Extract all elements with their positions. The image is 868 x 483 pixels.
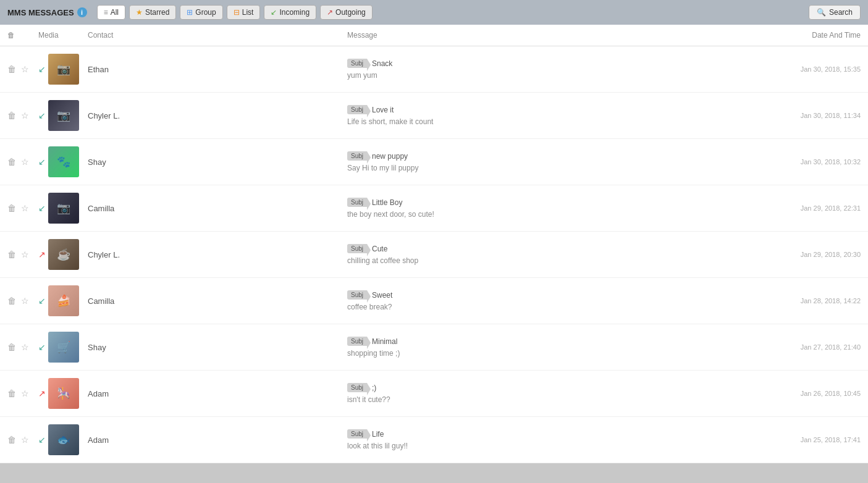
row-actions: 🗑 ☆ xyxy=(7,342,38,352)
media-col: ↙ 🐾 xyxy=(38,146,88,177)
message-body: isn't it cute?? xyxy=(347,395,737,404)
subject-row: Subj ;) xyxy=(347,383,737,392)
media-thumbnail[interactable]: 📷 xyxy=(48,193,79,224)
app-title: MMS MESSAGES i xyxy=(7,7,87,17)
starred-icon: ★ xyxy=(136,8,143,17)
message-body: coffee break? xyxy=(347,303,737,311)
subj-badge: Subj xyxy=(347,429,367,439)
star-icon[interactable]: ☆ xyxy=(21,342,29,352)
starred-label: Starred xyxy=(145,8,169,17)
media-col: ↙ 📷 xyxy=(38,193,88,224)
delete-icon[interactable]: 🗑 xyxy=(7,388,16,398)
message-body: shopping time ;) xyxy=(347,349,737,358)
delete-icon[interactable]: 🗑 xyxy=(7,250,16,259)
search-button[interactable]: 🔍 Search xyxy=(809,5,861,20)
outgoing-label: Outgoing xyxy=(335,8,366,17)
table-row: 🗑 ☆ ↗ 🎠 Adam Subj ;) isn't it cute?? Jan… xyxy=(0,371,868,417)
delete-icon[interactable]: 🗑 xyxy=(7,203,16,213)
media-thumbnail[interactable]: 🐾 xyxy=(48,146,79,177)
subject-text: Cute xyxy=(372,245,387,253)
tab-incoming[interactable]: ↙Incoming xyxy=(264,5,316,20)
star-icon[interactable]: ☆ xyxy=(21,64,29,74)
star-icon[interactable]: ☆ xyxy=(21,388,29,398)
info-icon: i xyxy=(77,7,87,17)
table-header: 🗑 Media Contact Message Date And Time xyxy=(0,25,868,46)
subject-row: Subj new puppy xyxy=(347,151,737,161)
subject-text: Life xyxy=(372,430,384,439)
media-col: ↙ 🐟 xyxy=(38,424,88,455)
outgoing-icon: ↗ xyxy=(327,8,333,17)
delete-icon[interactable]: 🗑 xyxy=(7,64,16,74)
media-col: ↙ 📷 xyxy=(38,54,88,85)
delete-icon[interactable]: 🗑 xyxy=(7,342,16,352)
direction-icon: ↙ xyxy=(38,157,46,167)
media-thumbnail[interactable]: 🐟 xyxy=(48,424,79,455)
subj-badge: Subj xyxy=(347,290,367,300)
subj-badge: Subj xyxy=(347,244,367,253)
subj-badge: Subj xyxy=(347,337,367,346)
media-col: ↙ 🛒 xyxy=(38,332,88,363)
direction-icon: ↙ xyxy=(38,435,46,445)
table-row: 🗑 ☆ ↙ 🐾 Shay Subj new puppy Say Hi to my… xyxy=(0,139,868,185)
direction-icon: ↙ xyxy=(38,64,46,74)
contact-name: Shay xyxy=(88,158,211,167)
message-content: Subj Sweet coffee break? xyxy=(347,290,737,311)
tab-group[interactable]: ⊞Group xyxy=(180,5,222,20)
message-body: Say Hi to my lil puppy xyxy=(347,164,737,172)
contact-name: Shay xyxy=(88,343,211,352)
direction-icon: ↙ xyxy=(38,203,46,213)
tab-all[interactable]: ≡All xyxy=(97,5,125,20)
delete-icon[interactable]: 🗑 xyxy=(7,435,16,445)
subject-row: Subj Cute xyxy=(347,244,737,253)
star-icon[interactable]: ☆ xyxy=(21,111,29,120)
contact-name: Adam xyxy=(88,435,211,445)
star-icon[interactable]: ☆ xyxy=(21,250,29,259)
header-spacer xyxy=(211,31,347,40)
subject-text: Snack xyxy=(372,59,392,68)
media-thumbnail[interactable]: ☕ xyxy=(48,239,79,270)
tab-outgoing[interactable]: ↗Outgoing xyxy=(320,5,373,20)
table-row: 🗑 ☆ ↙ 📷 Ethan Subj Snack yum yum Jan 30,… xyxy=(0,46,868,93)
search-icon: 🔍 xyxy=(817,8,826,17)
subject-row: Subj Little Boy xyxy=(347,198,737,207)
message-content: Subj Little Boy the boy next door, so cu… xyxy=(347,198,737,219)
table-row: 🗑 ☆ ↙ 🍰 Camilla Subj Sweet coffee break?… xyxy=(0,278,868,324)
star-icon[interactable]: ☆ xyxy=(21,296,29,306)
star-icon[interactable]: ☆ xyxy=(21,435,29,445)
media-thumbnail[interactable]: 🎠 xyxy=(48,378,79,409)
media-thumbnail[interactable]: 📷 xyxy=(48,100,79,131)
tab-starred[interactable]: ★Starred xyxy=(129,5,176,20)
date-time: Jan 27, 2018, 21:40 xyxy=(737,343,861,351)
tabs-container: ≡All★Starred⊞Group⊟List↙Incoming↗Outgoin… xyxy=(97,5,373,20)
delete-icon[interactable]: 🗑 xyxy=(7,157,16,167)
top-bar: MMS MESSAGES i ≡All★Starred⊞Group⊟List↙I… xyxy=(0,0,868,25)
all-label: All xyxy=(111,8,119,17)
media-thumbnail[interactable]: 📷 xyxy=(48,54,79,85)
media-thumbnail[interactable]: 🛒 xyxy=(48,332,79,363)
date-time: Jan 30, 2018, 11:34 xyxy=(737,112,861,119)
direction-icon: ↙ xyxy=(38,342,46,352)
date-time: Jan 26, 2018, 10:45 xyxy=(737,390,861,397)
media-col: ↗ ☕ xyxy=(38,239,88,270)
subject-row: Subj Love it xyxy=(347,105,737,114)
incoming-label: Incoming xyxy=(279,8,310,17)
message-body: yum yum xyxy=(347,71,737,80)
media-thumbnail[interactable]: 🍰 xyxy=(48,285,79,316)
delete-icon[interactable]: 🗑 xyxy=(7,296,16,306)
message-body: chilling at coffee shop xyxy=(347,256,737,265)
header-delete: 🗑 xyxy=(7,31,38,40)
star-icon[interactable]: ☆ xyxy=(21,203,29,213)
message-content: Subj Snack yum yum xyxy=(347,59,737,80)
header-media: Media xyxy=(38,31,88,40)
subject-text: Sweet xyxy=(372,291,392,300)
message-body: look at this lil guy!! xyxy=(347,442,737,450)
subject-row: Subj Life xyxy=(347,429,737,439)
row-actions: 🗑 ☆ xyxy=(7,435,38,445)
list-icon: ⊟ xyxy=(234,8,240,17)
delete-icon[interactable]: 🗑 xyxy=(7,111,16,120)
contact-name: Chyler L. xyxy=(88,111,211,120)
all-icon: ≡ xyxy=(104,8,108,17)
star-icon[interactable]: ☆ xyxy=(21,157,29,167)
tab-list[interactable]: ⊟List xyxy=(227,5,261,20)
subject-row: Subj Sweet xyxy=(347,290,737,300)
